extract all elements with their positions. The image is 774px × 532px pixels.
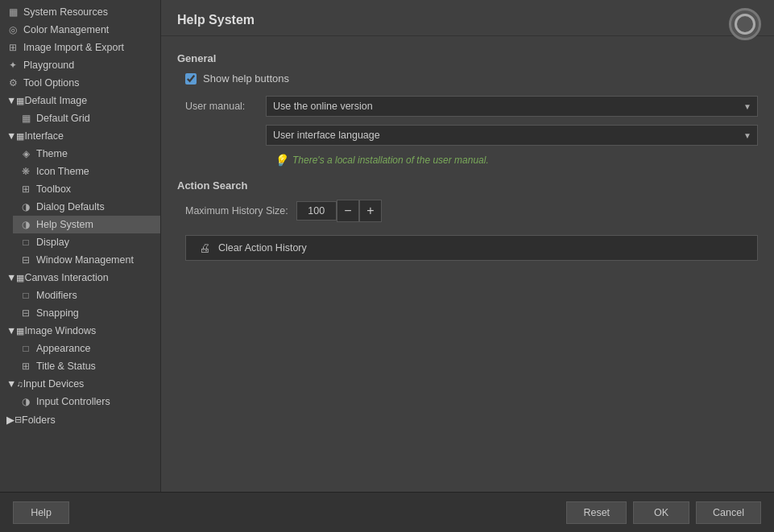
sidebar-item-image-import-export[interactable]: ⊞ Image Import & Export bbox=[0, 39, 160, 56]
sidebar-item-icon-theme[interactable]: ❋ Icon Theme bbox=[13, 163, 160, 180]
sidebar-item-image-windows[interactable]: ▼ ▦ Image Windows bbox=[0, 322, 160, 340]
snapping-icon: ⊟ bbox=[19, 307, 32, 320]
sidebar-item-input-controllers[interactable]: ◑ Input Controllers bbox=[13, 393, 160, 410]
clear-action-history-icon: 🖨 bbox=[199, 241, 210, 254]
content-body: General Show help buttons User manual: U… bbox=[161, 36, 774, 492]
max-history-input[interactable]: 100 bbox=[296, 201, 337, 221]
info-row: 💡 There's a local installation of the us… bbox=[274, 154, 758, 167]
sidebar-item-display[interactable]: □ Display bbox=[13, 233, 160, 251]
default-grid-icon: ▦ bbox=[19, 112, 32, 125]
input-devices-icon: ♫ bbox=[16, 379, 23, 389]
clear-action-history-row: 🖨 Clear Action History bbox=[185, 235, 758, 261]
bulb-icon: 💡 bbox=[274, 154, 288, 167]
sidebar-label-default-grid: Default Grid bbox=[36, 113, 90, 124]
sidebar-item-modifiers[interactable]: □ Modifiers bbox=[13, 287, 160, 304]
color-management-icon: ◎ bbox=[6, 23, 19, 36]
image-windows-arrow: ▼ bbox=[6, 325, 16, 336]
canvas-interaction-icon: ▦ bbox=[16, 273, 24, 283]
appearance-icon: □ bbox=[19, 342, 32, 355]
sidebar-label-image-import-export: Image Import & Export bbox=[23, 42, 124, 53]
reset-button[interactable]: Reset bbox=[566, 501, 627, 524]
sidebar-item-default-grid[interactable]: ▦ Default Grid bbox=[13, 109, 160, 127]
sidebar-item-interface[interactable]: ▼ ▦ Interface bbox=[0, 127, 160, 145]
interface-arrow: ▼ bbox=[6, 130, 16, 142]
user-manual-dropdown-wrapper: Use the online version Use local version… bbox=[266, 96, 758, 117]
max-history-row: Maximum History Size: 100 − + bbox=[185, 200, 758, 222]
tool-options-icon: ⚙ bbox=[6, 76, 19, 89]
clear-action-history-button[interactable]: 🖨 Clear Action History bbox=[185, 235, 758, 261]
help-button[interactable]: Help bbox=[13, 501, 69, 524]
sidebar-label-modifiers: Modifiers bbox=[36, 290, 77, 301]
sidebar-label-tool-options: Tool Options bbox=[23, 77, 79, 89]
sidebar-label-color-management: Color Management bbox=[23, 24, 109, 35]
content-header: Help System bbox=[161, 0, 774, 36]
help-logo-inner bbox=[735, 14, 755, 35]
sidebar-label-image-windows: Image Windows bbox=[24, 325, 96, 336]
image-import-export-icon: ⊞ bbox=[6, 41, 19, 54]
sidebar-item-appearance[interactable]: □ Appearance bbox=[13, 340, 160, 357]
action-search-section-label: Action Search bbox=[177, 179, 758, 192]
sidebar-item-help-system[interactable]: ◑ Help System bbox=[13, 216, 160, 233]
max-history-label: Maximum History Size: bbox=[185, 205, 288, 217]
sidebar-item-default-image[interactable]: ▼ ▦ Default Image bbox=[0, 92, 160, 109]
user-manual-select[interactable]: Use the online version Use local version… bbox=[266, 96, 758, 117]
dialog-defaults-icon: ◑ bbox=[19, 200, 32, 213]
sidebar-label-theme: Theme bbox=[36, 148, 68, 159]
default-image-arrow: ▼ bbox=[6, 95, 16, 106]
toolbox-icon: ⊞ bbox=[19, 183, 32, 196]
sidebar-label-system-resources: System Resources bbox=[23, 6, 108, 18]
sidebar-label-default-image: Default Image bbox=[24, 95, 87, 106]
sidebar-item-theme[interactable]: ◈ Theme bbox=[13, 145, 160, 163]
sidebar-item-system-resources[interactable]: ▦ System Resources bbox=[0, 3, 160, 21]
sidebar-item-snapping[interactable]: ⊟ Snapping bbox=[13, 304, 160, 322]
system-resources-icon: ▦ bbox=[6, 6, 19, 19]
user-manual-label: User manual: bbox=[185, 101, 266, 112]
general-section-label: General bbox=[177, 52, 758, 64]
modifiers-icon: □ bbox=[19, 289, 32, 302]
language-dropdown-wrapper: User interface language English German F… bbox=[266, 125, 758, 146]
sidebar-item-window-management[interactable]: ⊟ Window Management bbox=[13, 251, 160, 269]
sidebar-label-title-status: Title & Status bbox=[36, 361, 96, 372]
show-help-buttons-label[interactable]: Show help buttons bbox=[203, 72, 289, 85]
sidebar-label-icon-theme: Icon Theme bbox=[36, 166, 89, 177]
input-devices-arrow: ▼ bbox=[6, 378, 16, 390]
sidebar-item-title-status[interactable]: ⊞ Title & Status bbox=[13, 357, 160, 375]
sidebar-label-canvas-interaction: Canvas Interaction bbox=[24, 272, 108, 283]
spinbox-wrapper: 100 − + bbox=[296, 200, 382, 222]
input-controllers-icon: ◑ bbox=[19, 395, 32, 408]
user-manual-row: User manual: Use the online version Use … bbox=[185, 96, 758, 117]
sidebar-item-playground[interactable]: ✦ Playground bbox=[0, 56, 160, 74]
sidebar-item-input-devices[interactable]: ▼ ♫ Input Devices bbox=[0, 375, 160, 393]
help-system-icon: ◑ bbox=[19, 218, 32, 231]
sidebar-item-dialog-defaults[interactable]: ◑ Dialog Defaults bbox=[13, 198, 160, 216]
icon-theme-icon: ❋ bbox=[19, 165, 32, 178]
sidebar-item-toolbox[interactable]: ⊞ Toolbox bbox=[13, 180, 160, 198]
sidebar-label-help-system: Help System bbox=[36, 219, 93, 230]
sidebar: ▦ System Resources ◎ Color Management ⊞ … bbox=[0, 0, 161, 492]
show-help-buttons-row: Show help buttons bbox=[185, 72, 758, 85]
help-logo bbox=[729, 8, 761, 40]
language-row: User interface language English German F… bbox=[185, 125, 758, 146]
sidebar-label-snapping: Snapping bbox=[36, 307, 79, 319]
sidebar-item-color-management[interactable]: ◎ Color Management bbox=[0, 21, 160, 39]
spinbox-increment-button[interactable]: + bbox=[359, 200, 382, 222]
sidebar-label-input-controllers: Input Controllers bbox=[36, 396, 110, 407]
folders-icon: ⊟ bbox=[14, 414, 22, 425]
sidebar-item-canvas-interaction[interactable]: ▼ ▦ Canvas Interaction bbox=[0, 269, 160, 287]
sidebar-label-display: Display bbox=[36, 237, 69, 248]
ok-button[interactable]: OK bbox=[633, 501, 689, 524]
language-select[interactable]: User interface language English German F… bbox=[266, 125, 758, 146]
cancel-button[interactable]: Cancel bbox=[696, 501, 761, 524]
page-title: Help System bbox=[177, 13, 255, 27]
sidebar-label-window-management: Window Management bbox=[36, 254, 134, 266]
sidebar-label-input-devices: Input Devices bbox=[23, 378, 85, 390]
footer: Help Reset OK Cancel bbox=[0, 492, 774, 532]
folders-arrow: ▶ bbox=[6, 414, 14, 426]
show-help-buttons-checkbox[interactable] bbox=[185, 73, 197, 85]
sidebar-label-interface: Interface bbox=[24, 130, 64, 142]
spinbox-decrement-button[interactable]: − bbox=[337, 200, 359, 222]
sidebar-label-playground: Playground bbox=[23, 60, 74, 71]
sidebar-item-tool-options[interactable]: ⚙ Tool Options bbox=[0, 74, 160, 92]
window-management-icon: ⊟ bbox=[19, 254, 32, 266]
sidebar-item-folders[interactable]: ▶ ⊟ Folders bbox=[0, 410, 160, 429]
